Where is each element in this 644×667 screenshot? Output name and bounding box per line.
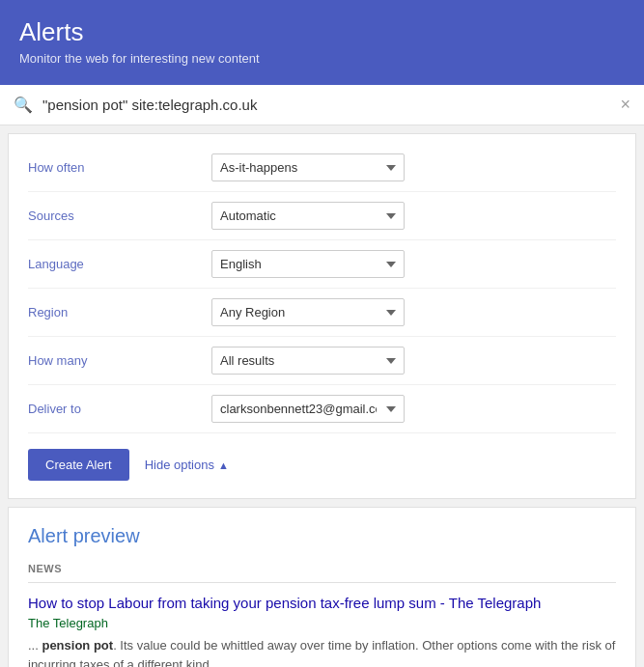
how-often-select[interactable]: As-it-happens At most once a day At most…: [211, 153, 405, 181]
preview-panel: Alert preview NEWS How to stop Labour fr…: [8, 507, 636, 667]
chevron-up-icon: ▲: [218, 459, 229, 471]
how-often-row: How often As-it-happens At most once a d…: [28, 144, 616, 192]
snippet-highlight: pension pot: [42, 638, 113, 653]
how-many-row: How many All results Only the best resul…: [28, 337, 616, 385]
close-icon[interactable]: ×: [620, 95, 630, 115]
deliver-to-select[interactable]: clarksonbennett23@gmail.com: [211, 395, 405, 423]
page-subtitle: Monitor the web for interesting new cont…: [19, 51, 625, 66]
deliver-to-row: Deliver to clarksonbennett23@gmail.com: [28, 385, 616, 433]
region-label: Region: [28, 305, 211, 320]
buttons-row: Create Alert Hide options ▲: [28, 449, 616, 481]
hide-options-link[interactable]: Hide options ▲: [145, 458, 229, 472]
page-title: Alerts: [19, 17, 625, 47]
header: Alerts Monitor the web for interesting n…: [0, 0, 644, 85]
news-label: NEWS: [28, 563, 616, 574]
news-headline[interactable]: How to stop Labour from taking your pens…: [28, 593, 616, 613]
snippet-after: . Its value could be whittled away over …: [28, 638, 615, 667]
search-bar: 🔍 ×: [0, 85, 644, 125]
search-icon: 🔍: [14, 96, 33, 114]
how-often-label: How often: [28, 160, 211, 175]
region-row: Region Any Region United Kingdom United …: [28, 289, 616, 337]
news-snippet: ... pension pot. Its value could be whit…: [28, 636, 616, 667]
search-input[interactable]: [42, 97, 612, 113]
how-many-select[interactable]: All results Only the best results: [211, 347, 405, 375]
snippet-before: ...: [28, 638, 42, 653]
language-row: Language English Spanish French German: [28, 240, 616, 289]
news-source: The Telegraph: [28, 616, 616, 630]
hide-options-label: Hide options: [145, 458, 214, 472]
sources-select[interactable]: Automatic News Blogs Web Video Books Dis…: [211, 202, 405, 230]
language-select[interactable]: English Spanish French German: [211, 250, 405, 278]
how-many-label: How many: [28, 353, 211, 368]
region-select[interactable]: Any Region United Kingdom United States …: [211, 298, 405, 326]
language-label: Language: [28, 257, 211, 271]
sources-row: Sources Automatic News Blogs Web Video B…: [28, 192, 616, 240]
preview-title: Alert preview: [28, 525, 616, 547]
options-panel: How often As-it-happens At most once a d…: [8, 133, 636, 499]
news-divider: [28, 582, 616, 583]
deliver-to-label: Deliver to: [28, 402, 211, 416]
sources-label: Sources: [28, 208, 211, 223]
create-alert-button[interactable]: Create Alert: [28, 449, 129, 481]
